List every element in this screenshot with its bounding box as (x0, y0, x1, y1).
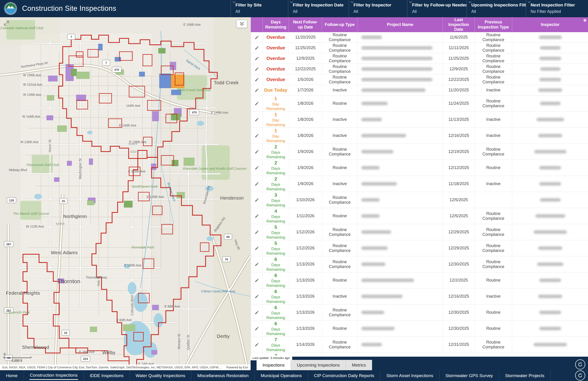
next-followup-date: 1/9/2026 (289, 144, 322, 160)
redacted-inspector-name (539, 327, 561, 330)
edit-row-button[interactable] (252, 288, 262, 304)
filter-filter-by-inspection-date[interactable]: Filter by Inspection DateAll (288, 0, 349, 17)
edit-row-button[interactable] (252, 43, 262, 53)
edit-row-button[interactable] (252, 144, 262, 160)
table-actions-icon[interactable] (583, 18, 587, 22)
column-header-previous-inspection-type[interactable]: Previous Inspection Type (475, 17, 512, 32)
next-followup-date: 1/13/2026 (289, 304, 322, 320)
inspection-row[interactable]: Overdue1/5/2026Routine Compliance12/22/2… (251, 74, 588, 85)
nav-stormwater-projects[interactable]: Stormwater Projects (499, 370, 550, 381)
inspection-row[interactable]: 6Days Remaining1/13/2026Routine12/2/2025… (251, 272, 588, 288)
inspection-row[interactable]: 1Day Remaining1/8/2026Routine11/24/2025R… (251, 96, 588, 112)
inspection-row[interactable]: 2Days Remaining1/9/2026Routine Complianc… (251, 144, 588, 160)
nav-cip-construction-daily-reports[interactable]: CIP Construction Daily Reports (308, 370, 380, 381)
redacted-inspector-name (538, 134, 562, 137)
inspection-row[interactable]: 6Days Remaining1/13/2026Inactive12/16/20… (251, 288, 588, 304)
column-header-follow-up-type[interactable]: Follow-up Type (322, 17, 358, 32)
inspection-row[interactable]: 5Days Remaining1/12/2026Routine Complian… (251, 240, 588, 256)
inspection-row[interactable]: 7Days Remaining1/14/2026Inactive11/19/20… (251, 353, 588, 357)
map-pane[interactable]: 7 7 470 470 25 25 85 76 287 287 128 224 … (0, 17, 250, 370)
nav-miscellaneous-restoration[interactable]: Miscellaneous Restoration (191, 370, 255, 381)
column-header-edit[interactable] (251, 17, 263, 32)
edit-row-button[interactable] (252, 272, 262, 288)
inspection-row[interactable]: 6Days Remaining1/13/2026Routine12/30/202… (251, 321, 588, 337)
filter-filter-by-site[interactable]: Filter by SiteAll (231, 0, 288, 17)
edit-row-button[interactable] (252, 96, 262, 111)
edit-row-button[interactable] (252, 337, 262, 353)
days-remaining-label: Days Remaining (263, 247, 288, 256)
filter-next-inspection-filter[interactable]: Next Inspection FilterNo Filter Applied (526, 0, 588, 17)
inspection-row[interactable]: Overdue11/20/2025Routine Compliance11/6/… (251, 32, 588, 43)
inspection-row[interactable]: Overdue12/22/2025Routine Compliance12/9/… (251, 64, 588, 74)
inspection-row[interactable]: 6Days Remaining1/13/2026Routine Complian… (251, 256, 588, 272)
filter-upcoming-inspections-filter[interactable]: Upcoming Inspections FilterAll (466, 0, 526, 17)
nav-home[interactable]: Home (0, 370, 24, 381)
edit-row-button[interactable] (252, 160, 262, 176)
double-chevron-down-icon (239, 21, 245, 26)
nav-water-quality-inspections[interactable]: Water Quality Inspections (130, 370, 191, 381)
inspector-cell (512, 160, 588, 176)
project-name-cell (358, 208, 443, 224)
edit-row-button[interactable] (252, 32, 262, 42)
collapse-map-panel-button[interactable] (237, 20, 247, 28)
refresh-button-secondary[interactable] (575, 370, 585, 381)
inspection-row[interactable]: 1Day Remaining1/8/2026Inactive11/13/2025… (251, 112, 588, 128)
days-remaining-cell: 2Days Remaining (263, 176, 289, 192)
column-header-last-inspection-date[interactable]: Last Inspection Date (443, 17, 475, 32)
column-header-inspector[interactable]: Inspector (512, 17, 588, 32)
last-inspection-date: 11/11/2025 (443, 43, 475, 53)
edit-row-button[interactable] (252, 192, 262, 208)
project-name-cell (358, 288, 443, 304)
edit-row-button[interactable] (252, 85, 262, 95)
inspection-row[interactable]: Due Today1/7/2026Inactive11/20/2025Inact… (251, 85, 588, 96)
edit-row-button[interactable] (252, 224, 262, 240)
redacted-inspector-name (540, 102, 561, 105)
tab-upcoming-inspections[interactable]: Upcoming Inspections (291, 360, 346, 370)
edit-row-button[interactable] (252, 112, 262, 127)
inspector-cell (512, 337, 588, 353)
nav-storm-asset-inspections[interactable]: Storm Asset Inspections (380, 370, 439, 381)
svg-text:76: 76 (225, 258, 228, 261)
edit-row-button[interactable] (252, 321, 262, 337)
edit-row-button[interactable] (252, 64, 262, 74)
redacted-inspector-name (540, 67, 560, 71)
edit-row-button[interactable] (252, 74, 262, 85)
inspection-row[interactable]: 4Days Remaining1/11/2026Routine12/5/2025… (251, 208, 588, 224)
map-canvas[interactable]: 7 7 470 470 25 25 85 76 287 287 128 224 … (0, 17, 250, 370)
inspection-row[interactable]: 1Day Remaining1/8/2026Inactive12/16/2025… (251, 128, 588, 144)
last-inspection-date: 11/25/2025 (443, 53, 475, 64)
edit-row-button[interactable] (252, 240, 262, 256)
edit-row-button[interactable] (252, 176, 262, 192)
edit-row-button[interactable] (252, 208, 262, 224)
app-header: Construction Site Inspections Filter by … (0, 0, 588, 17)
nav-construction-inspections[interactable]: Construction Inspections (24, 370, 84, 381)
inspection-row[interactable]: 2Days Remaining1/9/2026Inactive11/18/202… (251, 176, 588, 192)
column-header-project-name[interactable]: Project Name (358, 17, 443, 32)
edit-row-button[interactable] (252, 128, 262, 144)
nav-stormwater-gps-survey[interactable]: Stormwater GPS Survey (439, 370, 499, 381)
column-header-days-remaining[interactable]: Days Remaining (263, 17, 289, 32)
nav-municipal-operations[interactable]: Municipal Operations (255, 370, 308, 381)
redacted-inspector-name (539, 311, 561, 314)
inspection-row[interactable]: Overdue12/9/2025Routine Compliance11/25/… (251, 53, 588, 64)
next-followup-date: 1/10/2026 (289, 192, 322, 208)
column-header-next-follow-up-date[interactable]: Next Follow-up Date (289, 17, 322, 32)
nav-idde-inspections[interactable]: IDDE Inspections (84, 370, 130, 381)
tab-inspections[interactable]: Inspections (256, 360, 291, 370)
inspection-row[interactable]: 2Days Remaining1/9/2026Routine12/12/2025… (251, 160, 588, 176)
expand-map-icon[interactable] (3, 20, 10, 27)
filter-filter-by-inspector[interactable]: Filter by InspectorAll (349, 0, 407, 17)
tab-metrics[interactable]: Metrics (346, 360, 372, 370)
edit-row-button[interactable] (252, 53, 262, 64)
refresh-button[interactable] (575, 360, 585, 370)
inspection-row[interactable]: 6Days Remaining1/13/2026Routine Complian… (251, 304, 588, 321)
inspection-row[interactable]: 3Days Remaining1/10/2026Routine Complian… (251, 192, 588, 208)
edit-row-button[interactable] (252, 256, 262, 272)
filter-filter-by-follow-up-needed[interactable]: Filter by Follow-up NeededAll (407, 0, 466, 17)
edit-row-button[interactable] (252, 304, 262, 320)
inspection-row[interactable]: 7Days Remaining1/14/2026Routine Complian… (251, 337, 588, 353)
inspection-row[interactable]: 5Days Remaining1/12/2026Routine Complian… (251, 224, 588, 240)
inspection-row[interactable]: Overdue11/25/2025Routine Compliance11/11… (251, 43, 588, 53)
project-name-cell (358, 304, 443, 320)
inspector-cell (512, 240, 588, 256)
